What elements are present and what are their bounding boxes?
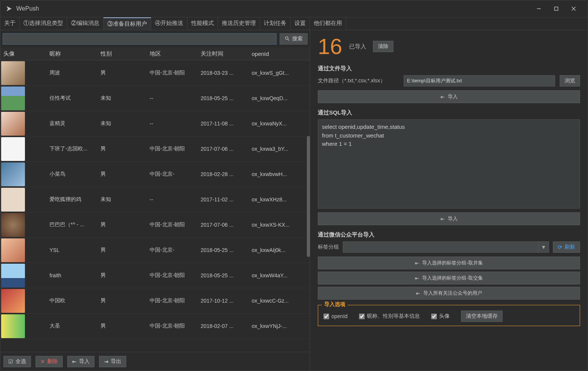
tab-2[interactable]: ②编辑消息	[67, 17, 104, 30]
svg-marker-0	[6, 6, 12, 11]
cell-gender: 未知	[101, 95, 150, 102]
refresh-icon: ⟳	[558, 244, 562, 250]
import-union-button[interactable]: ⇤ 导入选择的标签分组-取并集	[318, 257, 580, 269]
option-basic-info[interactable]: 昵称、性别等基本信息	[359, 313, 420, 320]
arrow-in-icon: ⇤	[415, 275, 419, 281]
browse-button[interactable]: 浏览	[560, 75, 580, 87]
avatar	[1, 289, 25, 313]
tab-6[interactable]: 推送历史管理	[218, 17, 260, 30]
arrow-in-icon: ⇤	[441, 216, 445, 222]
file-import-button[interactable]: ⇤ 导入	[318, 90, 580, 103]
table-row[interactable]: fraith男中国-北京-朝阳2018-05-25 ...ox_kxwW4aY.…	[0, 263, 310, 288]
avatar	[1, 213, 25, 237]
avatar	[1, 61, 25, 85]
table-row[interactable]: 小菜鸟男中国-北京-2018-02-28 ...ox_kxwbvwH...	[0, 162, 310, 187]
tag-group-label: 标签分组	[318, 244, 339, 250]
refresh-button[interactable]: ⟳ 刷新	[553, 241, 580, 253]
col-gender[interactable]: 性别	[101, 50, 150, 57]
app-logo-icon	[6, 5, 12, 12]
cell-openid: ox_kxwXHz8...	[252, 196, 310, 203]
checkbox-icon[interactable]	[431, 314, 437, 319]
scrollbar-thumb[interactable]	[307, 136, 310, 257]
table-row[interactable]: 中国欧男中国-北京-朝阳2017-10-12 ...ox_kxwcC-Gz...	[0, 288, 310, 314]
avatar	[1, 162, 25, 186]
clear-local-cache-button[interactable]: 清空本地缓存	[461, 311, 503, 322]
titlebar: WePush	[0, 0, 588, 17]
cell-region: 中国-北京-朝阳	[150, 221, 201, 228]
table-row[interactable]: 周波男中国-北京-朝阳2018-03-23 ...ox_kxwS_gGt...	[0, 60, 310, 86]
file-path-input[interactable]	[404, 75, 555, 87]
import-options-frame: 导入选项 openId 昵称、性别等基本信息 头像 清空本地缓存	[318, 305, 580, 326]
wx-import-title: 通过微信公众平台导入	[318, 231, 580, 238]
cell-openid: ox_kxwa3_bY...	[252, 146, 310, 152]
cell-gender: 男	[101, 272, 150, 279]
col-region[interactable]: 地区	[150, 50, 201, 57]
col-follow-time[interactable]: 关注时间	[201, 50, 252, 57]
tab-4[interactable]: ④开始推送	[151, 17, 187, 30]
cell-follow-time: 2017-07-06 ...	[201, 222, 252, 228]
export-button[interactable]: ⇥ 导出	[99, 356, 126, 367]
import-all-followers-button[interactable]: ⇤ 导入所有关注公众号的用户	[318, 287, 580, 300]
avatar	[1, 314, 25, 338]
tab-1[interactable]: ①选择消息类型	[20, 17, 67, 30]
cell-follow-time: 2017-11-02 ...	[201, 196, 252, 203]
cell-nickname: 爱吃狐狸的鸡	[50, 196, 101, 203]
table-row[interactable]: 蓝精灵未知--2017-11-08 ...ox_kxwaNyX...	[0, 111, 310, 136]
cell-region: 中国-北京-	[150, 171, 201, 178]
maximize-button[interactable]	[548, 1, 565, 16]
cell-openid: ox_kxwYNjJ-...	[252, 323, 310, 329]
avatar	[1, 137, 25, 161]
import-intersect-button[interactable]: ⇤ 导入选择的标签分组-取交集	[318, 272, 580, 284]
avatar	[1, 112, 25, 136]
sql-textarea[interactable]	[318, 119, 580, 209]
avatar	[1, 188, 25, 212]
import-left-button[interactable]: ⇤ 导入	[67, 356, 94, 367]
cell-region: --	[150, 121, 201, 127]
sql-import-button[interactable]: ⇤ 导入	[318, 212, 580, 225]
cell-follow-time: 2018-05-25 ...	[201, 272, 252, 278]
option-openid[interactable]: openId	[323, 313, 348, 319]
tab-8[interactable]: 设置	[291, 17, 310, 30]
minimize-button[interactable]	[530, 1, 548, 16]
cell-gender: 男	[101, 171, 150, 178]
option-avatar[interactable]: 头像	[431, 313, 450, 320]
tag-group-combo[interactable]: ▼	[343, 241, 549, 253]
cell-openid: ox_kxwaNyX...	[252, 121, 310, 127]
table-body[interactable]: 周波男中国-北京-朝阳2018-03-23 ...ox_kxwS_gGt...任…	[0, 60, 310, 352]
arrow-out-icon: ⇥	[104, 359, 108, 365]
cell-region: 中国-北京-朝阳	[150, 297, 201, 304]
checkbox-icon[interactable]	[323, 314, 329, 319]
table-row[interactable]: 大圣男中国-北京-朝阳2018-02-07 ...ox_kxwYNjJ-...	[0, 314, 310, 339]
tab-3[interactable]: ③准备目标用户	[104, 17, 151, 30]
tab-9[interactable]: 他们都在用	[310, 17, 346, 30]
cell-openid: ox_kxwbvwH...	[252, 171, 310, 177]
cell-gender: 男	[101, 247, 150, 254]
cell-gender: 男	[101, 70, 150, 76]
checkbox-icon[interactable]	[359, 314, 365, 319]
delete-button[interactable]: ✕ 删除	[36, 356, 63, 367]
cell-openid: ox_kxwAIj0k...	[252, 247, 310, 253]
imported-label: 已导入	[349, 43, 366, 50]
search-button[interactable]: 搜索	[280, 33, 308, 45]
tab-5[interactable]: 性能模式	[187, 17, 218, 30]
table-row[interactable]: 任性考试未知--2018-05-25 ...ox_kxwQeqD...	[0, 86, 310, 111]
col-nickname[interactable]: 昵称	[50, 50, 101, 57]
table-row[interactable]: 下班了-志国欧...男中国-北京-朝阳2017-07-06 ...ox_kxwa…	[0, 136, 310, 162]
arrow-in-icon: ⇤	[441, 94, 445, 100]
tab-0[interactable]: 关于	[0, 17, 20, 30]
table-row[interactable]: YSL男中国-北京-2018-05-25 ...ox_kxwAIj0k...	[0, 238, 310, 263]
col-avatar[interactable]: 头像	[0, 50, 50, 57]
cell-openid: ox_kxwXS-KX...	[252, 222, 310, 228]
clear-button[interactable]: 清除	[373, 41, 393, 52]
chevron-down-icon: ▼	[538, 242, 549, 252]
cell-region: 中国-北京-朝阳	[150, 70, 201, 76]
cell-gender: 未知	[101, 120, 150, 127]
cell-follow-time: 2018-03-23 ...	[201, 70, 252, 76]
select-all-button[interactable]: ☑ 全选	[3, 356, 31, 367]
table-row[interactable]: 爱吃狐狸的鸡未知--2017-11-02 ...ox_kxwXHz8...	[0, 187, 310, 212]
tab-7[interactable]: 计划任务	[260, 17, 291, 30]
search-input[interactable]	[3, 33, 277, 45]
col-openid[interactable]: openId	[252, 51, 310, 57]
table-row[interactable]: 巴巴巴（*^ - ...男中国-北京-朝阳2017-07-06 ...ox_kx…	[0, 212, 310, 238]
close-button[interactable]	[565, 1, 582, 16]
